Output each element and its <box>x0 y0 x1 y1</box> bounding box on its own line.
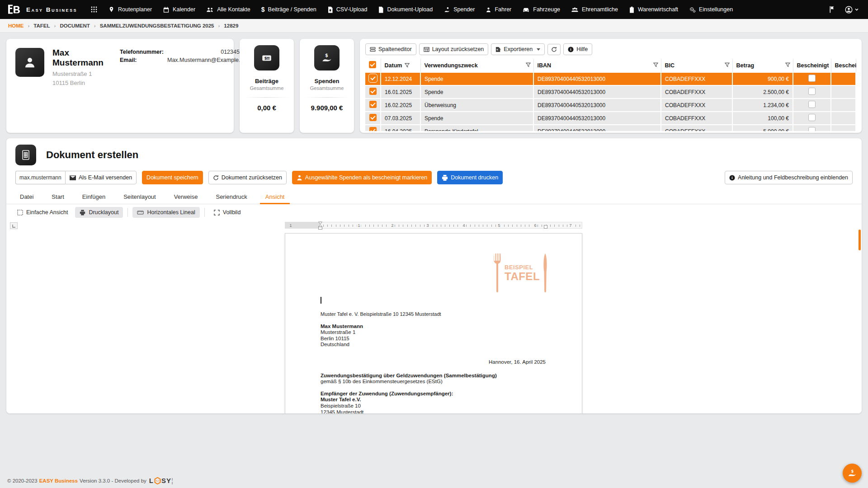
row-checkbox[interactable] <box>369 101 377 108</box>
scrollbar-thumb[interactable] <box>859 230 861 250</box>
mark-certified-button[interactable]: Ausgewählte Spenden als bescheinigt mark… <box>292 171 432 184</box>
document-create-icon <box>15 145 36 165</box>
text-caret <box>321 297 321 304</box>
filter-icon[interactable] <box>405 63 410 68</box>
tab-start[interactable]: Start <box>44 191 71 204</box>
right-indent-marker[interactable] <box>544 225 547 229</box>
print-document-button[interactable]: Dokument drucken <box>437 171 503 184</box>
table-row[interactable]: 12.12.2024SpendeDE89370400440532013000CO… <box>365 72 856 85</box>
column-header-bescheinigt-am[interactable]: Bescheinigt am <box>831 59 856 72</box>
breadcrumb-id[interactable]: 12829 <box>224 23 238 28</box>
nav-item-warenwirtschaft[interactable]: Warenwirtschaft <box>623 0 684 19</box>
nav-item-routenplaner[interactable]: Routenplaner <box>103 0 157 19</box>
contributions-icon: $ <box>254 45 279 70</box>
footer: © 2020-2023 EASY Business Version 3.3.0 … <box>0 477 868 484</box>
bescheinigt-checkbox[interactable] <box>808 75 816 82</box>
nav-item-alle-kontakte[interactable]: Alle Kontakte <box>201 0 256 19</box>
export-button[interactable]: Exportieren <box>491 43 545 55</box>
volunteers-icon <box>571 6 579 13</box>
save-document-button[interactable]: Dokument speichern <box>142 171 203 184</box>
select-all-checkbox[interactable] <box>369 61 376 68</box>
filter-icon[interactable] <box>526 62 531 67</box>
column-header-bic[interactable]: BIC <box>661 59 732 72</box>
reset-document-button[interactable]: Dokument zurücksetzen <box>208 171 287 184</box>
email-input[interactable] <box>15 171 65 184</box>
nav-item-ehrenamtliche[interactable]: Ehrenamtliche <box>566 0 623 19</box>
layout-reset-button[interactable]: Layout zurücksetzen <box>419 43 489 55</box>
printer-icon <box>442 175 448 181</box>
fullscreen-button[interactable]: Vollbild <box>209 207 245 218</box>
row-checkbox[interactable] <box>369 88 377 95</box>
bescheinigt-checkbox[interactable] <box>808 114 816 121</box>
breadcrumb-sammelzuwendung[interactable]: SAMMELZUWENDUNGSBESTAETIGUNG 2025 <box>100 23 214 28</box>
row-checkbox[interactable] <box>369 127 377 131</box>
brand[interactable]: Easy Business <box>7 5 77 14</box>
print-layout-button[interactable]: Drucklayout <box>75 207 123 218</box>
tab-ansicht[interactable]: Ansicht <box>258 191 292 204</box>
table-row[interactable]: 16.04.2025Barspende KindertafelDE8937040… <box>365 125 856 131</box>
tafel-logo: BEISPIEL TAFEL <box>492 253 548 293</box>
breadcrumb-document[interactable]: DOCUMENT <box>60 23 90 28</box>
nav-item-beitraege-spenden[interactable]: $ Beiträge / Spenden <box>256 0 322 19</box>
table-row[interactable]: 16.02.2025ÜberweisungDE89370400440532013… <box>365 99 856 112</box>
clipboard-icon <box>629 6 635 13</box>
row-checkbox[interactable] <box>369 114 377 121</box>
breadcrumb-home[interactable]: HOME <box>8 23 24 28</box>
refresh-button[interactable] <box>547 44 561 55</box>
svg-text:$: $ <box>851 469 854 474</box>
apps-grid-icon[interactable] <box>85 0 103 19</box>
account-menu[interactable] <box>843 4 861 16</box>
simple-view-button[interactable]: Einfache Ansicht <box>13 207 72 218</box>
anleitung-button[interactable]: i Anleitung und Feldbeschreibung einblen… <box>725 171 853 184</box>
send-email-button[interactable]: Als E-Mail versenden <box>65 171 137 184</box>
filter-icon[interactable] <box>725 62 730 67</box>
table-row[interactable]: 16.01.2025SpendeDE89370400440532013000CO… <box>365 85 856 99</box>
horizontal-ruler-button[interactable]: Horizontales Lineal <box>132 207 199 218</box>
dashed-square-icon <box>17 210 23 216</box>
chevron-down-icon <box>854 7 859 12</box>
nav-item-kalender[interactable]: Kalender <box>157 0 201 19</box>
row-checkbox[interactable] <box>369 75 377 82</box>
horizontal-ruler: 1 1 2 3 4 5 6 7 <box>285 222 582 229</box>
account-circle-icon <box>844 5 853 14</box>
editor-tabs: Datei Start Einfügen Seitenlayout Verwei… <box>6 184 862 204</box>
nav-item-spender[interactable]: Spender <box>438 0 480 19</box>
columns-stack-icon <box>370 47 376 52</box>
tab-datei[interactable]: Datei <box>13 191 41 204</box>
bescheinigt-checkbox[interactable] <box>808 88 816 95</box>
table-row[interactable]: 07.03.2025SpendeDE89370400440532013000CO… <box>365 112 856 125</box>
filter-icon[interactable] <box>785 62 790 67</box>
svg-text:</>: </> <box>156 479 161 482</box>
filter-icon[interactable] <box>653 62 658 67</box>
tab-verweise[interactable]: Verweise <box>167 191 205 204</box>
indent-marker[interactable] <box>318 221 323 230</box>
column-header-datum[interactable]: Datum <box>381 59 420 72</box>
nav-item-csv-upload[interactable]: CSV-Upload <box>322 0 373 19</box>
panel-title: Dokument erstellen <box>46 149 138 161</box>
donation-fab[interactable]: $ <box>843 464 862 483</box>
tab-einfuegen[interactable]: Einfügen <box>75 191 113 204</box>
nav-item-fahrzeuge[interactable]: Fahrzeuge <box>517 0 566 19</box>
nav-item-fahrer[interactable]: Fahrer <box>480 0 517 19</box>
flag-icon[interactable] <box>827 4 836 15</box>
ruler-corner[interactable] <box>10 222 18 229</box>
hilfe-button[interactable]: i Hilfe <box>563 43 592 55</box>
bescheinigt-checkbox[interactable] <box>808 127 816 131</box>
envelope-icon <box>70 175 76 180</box>
nav-item-dokument-upload[interactable]: Dokument-Upload <box>373 0 438 19</box>
column-header-bescheinigt[interactable]: Bescheinigt <box>793 59 831 72</box>
svg-text:$: $ <box>264 56 267 61</box>
document-page[interactable]: BEISPIEL TAFEL Muster Tafel e. V. Beispi… <box>285 233 582 413</box>
tab-seitenlayout[interactable]: Seitenlayout <box>116 191 163 204</box>
tab-seriendruck[interactable]: Seriendruck <box>208 191 254 204</box>
column-header-betrag[interactable]: Betrag <box>732 59 793 72</box>
nav-item-einstellungen[interactable]: Einstellungen <box>684 0 738 19</box>
car-icon <box>522 6 530 13</box>
bescheinigt-checkbox[interactable] <box>808 101 816 108</box>
breadcrumb: HOME › TAFEL › DOCUMENT › SAMMELZUWENDUN… <box>0 19 868 33</box>
spalteneditor-button[interactable]: Spalteneditor <box>365 43 416 55</box>
column-header-iban[interactable]: IBAN <box>533 59 661 72</box>
person-check-icon <box>297 175 302 181</box>
breadcrumb-tafel[interactable]: TAFEL <box>33 23 50 28</box>
column-header-verwendungszweck[interactable]: Verwendungszweck <box>420 59 533 72</box>
